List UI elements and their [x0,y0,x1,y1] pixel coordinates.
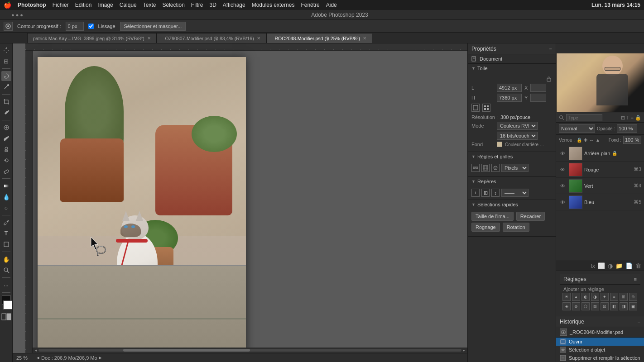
tab-2[interactable]: _ROC2048-Modifier.psd @ 25% (RVB/8°) ✕ [266,33,372,43]
reglage-colorbalance[interactable]: ⊞ [620,293,628,301]
width-input[interactable] [497,84,522,92]
menu-aide[interactable]: Aide [326,2,337,8]
fond-color-swatch[interactable] [497,142,502,147]
menu-selection[interactable]: Sélection [162,2,184,8]
layer-filter-icon-1[interactable]: ⊞ [621,115,625,121]
hand-tool[interactable]: ✋ [1,254,11,264]
tab-close-1[interactable]: ✕ [257,36,260,41]
selections-header[interactable]: ▼ Sélections rapides [468,200,556,209]
properties-menu-icon[interactable]: ≡ [549,46,552,52]
reglage-exposure[interactable]: ◑ [591,293,599,301]
pen-tool[interactable] [1,218,11,228]
hist-item-1[interactable]: Sélection d'objet [556,346,644,354]
canvas-area[interactable]: ◂ ▸ 25 % ◂ Doc : 206,9 Mo/206,9 Mo ▸ [13,43,467,362]
tab-close-2[interactable]: ✕ [363,36,366,41]
tab-0[interactable]: patrick Mac Kay – IMG_3896.jpeg @ 314% (… [27,33,157,43]
reglage-curves[interactable]: ◐ [582,293,590,301]
artboard-tool[interactable]: ⊞ [1,56,11,66]
text-tool[interactable]: T [1,229,11,238]
lock-icon-4[interactable]: ▲ [596,138,600,143]
document-canvas[interactable] [38,57,246,356]
menu-filtre[interactable]: Filtre [191,2,203,8]
background-color[interactable] [3,300,12,310]
new-group-icon[interactable]: 📁 [615,262,623,269]
layer-filter-icon-3[interactable]: ≡ [631,115,634,121]
reglage-selective-color[interactable]: ◨ [620,302,628,310]
reglage-vibrance[interactable]: ✦ [601,293,609,301]
reglage-threshold[interactable]: ⊡ [601,302,609,310]
apple-menu[interactable]: 🍎 [4,1,11,9]
y-input[interactable] [530,94,546,102]
fx-icon[interactable]: fx [591,262,595,269]
reglage-brightness[interactable]: ☀ [562,293,571,301]
layer-item-bleu[interactable]: 👁 Bleu ⌘5 [556,194,644,210]
crop-tool[interactable] [1,97,11,107]
healing-tool[interactable] [1,123,11,133]
dimensions-lock-icon[interactable] [546,76,552,82]
menu-image[interactable]: Image [98,2,113,8]
layer-item-0[interactable]: 👁 Arrière-plan 🔒 [556,145,644,162]
x-input[interactable] [530,84,546,92]
blend-mode-select[interactable]: Normal [559,124,595,133]
layer-eye-bleu[interactable]: 👁 [559,200,566,205]
layer-item-rouge[interactable]: 👁 Rouge ⌘3 [556,162,644,178]
layer-eye-0[interactable]: 👁 [559,151,566,156]
layer-eye-vert[interactable]: 👁 [559,183,566,189]
shape-tool[interactable] [1,239,11,249]
mode-select[interactable]: Couleurs RVB [497,122,538,130]
horizontal-scrollbar[interactable]: ◂ ▸ [33,348,467,353]
stamp-tool[interactable] [1,144,11,154]
menu-texte[interactable]: Texte [143,2,156,8]
reglage-hsl[interactable]: ≡ [610,293,618,301]
reglage-gradient-map[interactable]: ◧ [610,302,618,310]
lock-icon-3[interactable]: ↔ [589,138,594,143]
dodge-tool[interactable]: ○ [1,203,11,213]
reglages-menu-icon[interactable]: ≡ [634,276,637,282]
lock-icon-2[interactable]: ✚ [584,138,587,143]
new-layer-icon[interactable]: 📄 [625,262,633,269]
adjustment-icon[interactable]: ◑ [608,262,613,269]
layer-filter-icon-2[interactable]: T [626,115,630,121]
reglage-invert[interactable]: ⬡ [582,302,590,310]
lock-icon-1[interactable]: 🔒 [577,138,582,143]
layer-eye-rouge[interactable]: 👁 [559,167,566,172]
repere-style-select[interactable]: —— [501,189,529,197]
more-tools[interactable]: ··· [1,280,11,290]
hist-item-0[interactable]: Ouvrir [556,338,644,346]
reperes-header[interactable]: ▼ Repères [468,177,556,186]
app-name[interactable]: Photoshop [18,2,46,8]
menu-fichier[interactable]: Fichier [53,2,69,8]
taille-ima-button[interactable]: Taille de l'ima... [471,212,514,221]
rognage-button[interactable]: Rognage [471,223,500,232]
history-brush-tool[interactable]: ⟲ [1,155,11,165]
historique-menu-icon[interactable]: ≡ [638,319,640,324]
layer-filter-icon-4[interactable]: 🔒 [635,115,641,121]
gradient-tool[interactable] [1,181,11,191]
recadrer-button[interactable]: Recadrer [516,212,545,221]
eyedropper-tool[interactable] [1,108,11,118]
menu-fenetre[interactable]: Fenêtre [301,2,319,8]
status-nav-left[interactable]: ◂ [37,355,39,361]
reglage-posterize[interactable]: ⊠ [591,302,599,310]
brush-tool[interactable] [1,133,11,143]
tool-preset-picker[interactable] [4,22,13,31]
scroll-track-h[interactable] [38,349,461,352]
repere-icon-3[interactable]: ↕ [491,189,500,197]
magic-wand-tool[interactable] [1,82,11,92]
zoom-tool[interactable] [1,265,11,275]
contour-input[interactable] [66,22,84,31]
toile-section-header[interactable]: ▼ Toile [468,64,556,73]
ruler-unit-icon-2[interactable] [481,164,490,172]
blur-tool[interactable]: 💧 [1,192,11,202]
layer-item-vert[interactable]: 👁 Vert ⌘4 [556,178,644,194]
lissage-checkbox[interactable] [88,24,94,29]
quick-mask[interactable] [1,313,11,321]
scroll-thumb-h[interactable] [123,349,250,352]
reglage-photo-filter[interactable]: ⊕ [629,293,637,301]
opacity-input[interactable] [617,124,637,133]
reglage-channel-mixer[interactable]: ◈ [562,302,571,310]
add-mask-icon[interactable]: ⬜ [598,262,605,269]
menu-affichage[interactable]: Affichage [223,2,245,8]
scroll-left-arrow[interactable]: ◂ [34,348,38,352]
ruler-unit-icon-1[interactable] [471,164,480,172]
